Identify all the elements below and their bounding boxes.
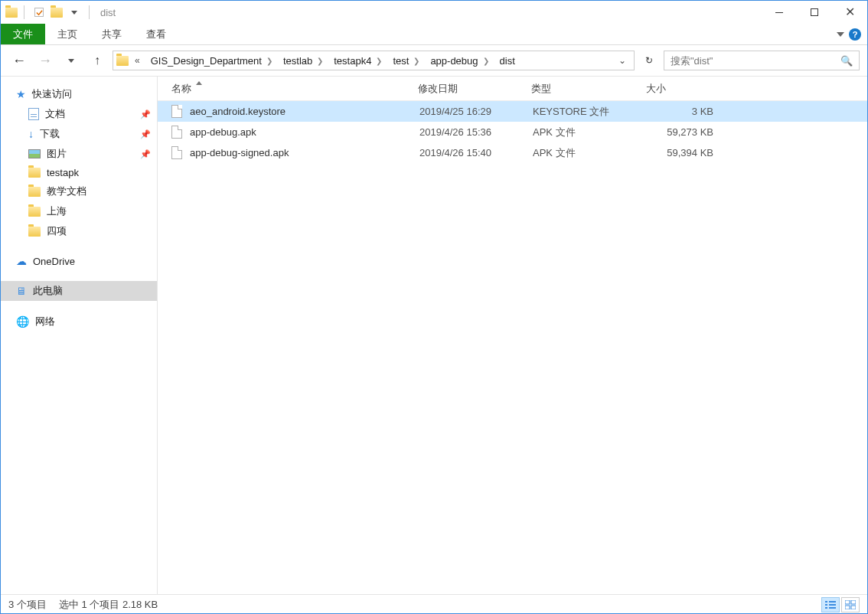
- status-count: 3 个项目: [8, 598, 47, 612]
- folder-icon: [28, 227, 41, 237]
- search-icon: 🔍: [840, 55, 853, 67]
- document-icon: [28, 108, 39, 120]
- ribbon-tabs: 文件 主页 共享 查看 ?: [1, 24, 867, 45]
- sidebar-item-thispc[interactable]: 🖥此电脑: [1, 281, 157, 301]
- sidebar-item-pictures[interactable]: 图片📌: [1, 144, 157, 164]
- svg-rect-9: [851, 606, 856, 609]
- close-button[interactable]: ✕: [832, 1, 867, 24]
- arrow-up-icon: ↑: [94, 54, 100, 67]
- view-large-button[interactable]: [841, 597, 860, 612]
- sidebar-item-label: 网络: [35, 315, 55, 328]
- svg-rect-4: [825, 607, 827, 609]
- breadcrumb[interactable]: testapk4❯: [329, 51, 387, 70]
- breadcrumb-label: test: [393, 55, 409, 67]
- svg-rect-1: [829, 601, 836, 603]
- file-date: 2019/4/25 16:29: [419, 106, 533, 117]
- file-type: APK 文件: [533, 126, 648, 139]
- status-bar: 3 个项目 选中 1 个项目 2.18 KB: [1, 594, 867, 614]
- maximize-icon: [811, 8, 818, 16]
- file-row[interactable]: app-debug.apk 2019/4/26 15:36 APK 文件 59,…: [158, 122, 867, 142]
- column-label: 修改日期: [418, 82, 458, 96]
- breadcrumb[interactable]: test❯: [388, 51, 424, 70]
- cloud-icon: ☁: [16, 255, 27, 267]
- tab-file[interactable]: 文件: [1, 24, 45, 44]
- sidebar-item-label: 上海: [47, 204, 67, 218]
- breadcrumb[interactable]: testlab❯: [279, 51, 328, 70]
- sidebar-item-label: testapk: [47, 167, 79, 178]
- pin-icon: 📌: [140, 129, 151, 139]
- folder-icon: [51, 8, 63, 18]
- sidebar-item-label: 下载: [40, 127, 60, 141]
- path-overflow[interactable]: «: [130, 55, 145, 66]
- view-details-button[interactable]: [821, 597, 840, 612]
- tab-share[interactable]: 共享: [90, 24, 134, 44]
- file-size: 3 KB: [648, 106, 716, 117]
- pin-icon: 📌: [140, 109, 151, 119]
- file-name: app-debug-signed.apk: [190, 147, 419, 158]
- svg-rect-0: [825, 601, 827, 603]
- search-input[interactable]: [671, 55, 840, 67]
- column-headers: 名称 修改日期 类型 大小: [158, 77, 867, 101]
- sidebar-item-folder[interactable]: 四项: [1, 221, 157, 241]
- svg-rect-3: [829, 604, 836, 606]
- file-date: 2019/4/26 15:36: [419, 126, 533, 138]
- separator: [24, 5, 24, 19]
- search-box[interactable]: 🔍: [664, 51, 860, 70]
- file-date: 2019/4/26 15:40: [419, 147, 533, 158]
- sidebar-item-label: 文档: [45, 107, 65, 121]
- nav-forward-button[interactable]: →: [34, 50, 56, 71]
- nav-history-button[interactable]: [60, 50, 82, 71]
- file-row[interactable]: aeo_android.keystore 2019/4/25 16:29 KEY…: [158, 101, 867, 122]
- file-pane: 名称 修改日期 类型 大小 aeo_android.keystore 2019/…: [158, 77, 867, 594]
- svg-rect-8: [845, 606, 850, 609]
- address-path[interactable]: « GIS_Design_Department❯ testlab❯ testap…: [113, 51, 635, 70]
- sidebar-item-folder[interactable]: 教学文档: [1, 181, 157, 201]
- nav-up-button[interactable]: ↑: [86, 50, 108, 71]
- breadcrumb[interactable]: GIS_Design_Department❯: [146, 51, 277, 70]
- svg-rect-7: [851, 600, 856, 604]
- qat-properties-button[interactable]: [31, 4, 47, 21]
- sidebar-item-quick-access[interactable]: ★快速访问: [1, 84, 157, 104]
- sidebar-item-folder[interactable]: 上海: [1, 201, 157, 221]
- tab-view[interactable]: 查看: [134, 24, 178, 44]
- folder-icon: [28, 168, 41, 178]
- file-row[interactable]: app-debug-signed.apk 2019/4/26 15:40 APK…: [158, 142, 867, 163]
- column-type[interactable]: 类型: [531, 82, 646, 96]
- close-icon: ✕: [845, 6, 855, 18]
- file-type: APK 文件: [533, 146, 648, 160]
- help-button[interactable]: ?: [849, 28, 861, 41]
- breadcrumb-label: testapk4: [334, 55, 371, 67]
- column-size[interactable]: 大小: [646, 82, 715, 96]
- qat-customize-button[interactable]: [66, 4, 83, 21]
- nav-back-button[interactable]: ←: [8, 50, 30, 71]
- star-icon: ★: [16, 88, 26, 100]
- column-date[interactable]: 修改日期: [418, 82, 531, 96]
- path-dropdown-button[interactable]: ⌄: [614, 55, 631, 66]
- ribbon-expand-icon[interactable]: [837, 32, 844, 37]
- sidebar-item-onedrive[interactable]: ☁OneDrive: [1, 252, 157, 270]
- quick-access-toolbar: [1, 4, 97, 21]
- sort-ascending-icon: [196, 81, 202, 85]
- column-label: 名称: [171, 82, 191, 96]
- sidebar-item-documents[interactable]: 文档📌: [1, 104, 157, 124]
- breadcrumb[interactable]: dist: [495, 51, 520, 70]
- breadcrumb[interactable]: app-debug❯: [426, 51, 493, 70]
- checkbox-icon: [34, 8, 44, 17]
- pc-icon: 🖥: [16, 285, 27, 297]
- sidebar-item-network[interactable]: 🌐网络: [1, 312, 157, 331]
- sidebar-item-label: 图片: [47, 147, 67, 161]
- sidebar-item-downloads[interactable]: ↓下载📌: [1, 124, 157, 144]
- pin-icon: 📌: [140, 149, 151, 159]
- refresh-button[interactable]: ↻: [639, 51, 659, 70]
- maximize-button[interactable]: [797, 1, 832, 24]
- minimize-button[interactable]: [762, 1, 797, 24]
- caret-down-icon: [68, 59, 74, 63]
- sidebar-item-folder[interactable]: testapk: [1, 164, 157, 181]
- breadcrumb-label: dist: [500, 55, 515, 67]
- column-name[interactable]: 名称: [171, 82, 418, 96]
- tab-home[interactable]: 主页: [45, 24, 90, 44]
- details-view-icon: [825, 600, 836, 609]
- column-label: 大小: [646, 82, 666, 96]
- status-selection: 选中 1 个项目 2.18 KB: [59, 598, 158, 612]
- chevron-right-icon: ❯: [317, 57, 323, 65]
